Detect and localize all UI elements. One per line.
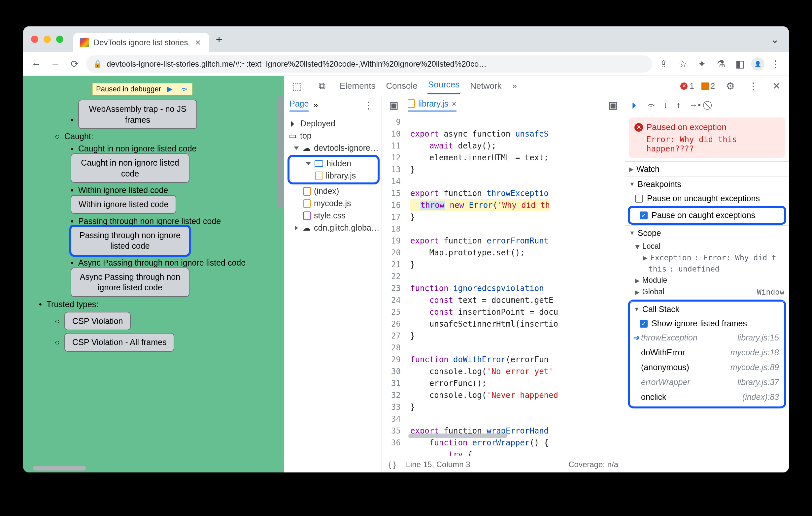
address-bar[interactable]: 🔒 devtools-ignore-list-stories.glitch.me… bbox=[86, 55, 652, 72]
tab-network[interactable]: Network bbox=[469, 79, 502, 93]
new-tab-button[interactable]: + bbox=[216, 33, 223, 46]
reload-button[interactable]: ⟳ bbox=[67, 56, 83, 72]
step-into-button[interactable]: ↓ bbox=[664, 100, 668, 110]
extensions-button[interactable]: ✦ bbox=[694, 56, 710, 72]
browser-menu-button[interactable]: ⋮ bbox=[768, 56, 784, 72]
checkbox-unchecked-icon[interactable] bbox=[635, 195, 643, 203]
section-scope[interactable]: ▼Scope bbox=[625, 226, 789, 241]
within-ignore-button[interactable]: Within ignore listed code bbox=[70, 195, 176, 214]
step-button[interactable]: →• bbox=[689, 100, 701, 110]
checkbox-checked-icon[interactable]: ✓ bbox=[640, 211, 648, 219]
tab-strip: DevTools ignore list stories × + ⌄ bbox=[23, 26, 789, 52]
navigator-tab-page[interactable]: Page bbox=[289, 99, 309, 112]
toggle-debugger-icon[interactable]: ▣ bbox=[605, 97, 621, 113]
cloud-icon: ☁ bbox=[303, 144, 311, 153]
close-file-icon[interactable]: × bbox=[452, 99, 457, 109]
callstack-frame[interactable]: (anonymous)mycode.js:89 bbox=[630, 360, 784, 375]
js-file-icon bbox=[408, 99, 415, 108]
bp-caught-highlight: ✓Pause on caught exceptions bbox=[628, 206, 786, 225]
bp-pause-uncaught[interactable]: Pause on uncaught exceptions bbox=[625, 192, 789, 205]
callstack-frame[interactable]: throwExceptionlibrary.js:15 bbox=[630, 330, 784, 345]
close-devtools-icon[interactable]: ✕ bbox=[768, 78, 784, 94]
bp-pause-caught[interactable]: ✓Pause on caught exceptions bbox=[630, 209, 784, 222]
checkbox-checked-icon[interactable]: ✓ bbox=[640, 320, 648, 328]
async-passing-button[interactable]: Async Passing through non ignore listed … bbox=[70, 268, 190, 297]
folder-icon bbox=[315, 160, 323, 167]
toggle-navigator-icon[interactable]: ▣ bbox=[386, 97, 402, 113]
page-vertical-scrollbar[interactable] bbox=[278, 96, 283, 208]
callstack-frame[interactable]: errorWrapperlibrary.js:37 bbox=[630, 375, 784, 390]
csp-violation-all-button[interactable]: CSP Violation - All frames bbox=[64, 333, 174, 352]
navigator-overflow-icon[interactable]: » bbox=[313, 100, 318, 110]
forward-button[interactable]: → bbox=[48, 56, 63, 72]
lock-icon: 🔒 bbox=[93, 60, 102, 68]
tab-sources[interactable]: Sources bbox=[428, 78, 460, 94]
frame-location: library.js:15 bbox=[737, 333, 779, 342]
minimize-window-button[interactable] bbox=[44, 36, 51, 43]
bookmark-button[interactable]: ☆ bbox=[675, 56, 691, 72]
close-tab-icon[interactable]: × bbox=[195, 37, 200, 48]
tab-elements[interactable]: Elements bbox=[339, 79, 376, 93]
tab-console[interactable]: Console bbox=[385, 79, 418, 93]
editor-file-tab[interactable]: library.js× bbox=[408, 99, 457, 112]
resume-button[interactable]: ⏵ bbox=[631, 100, 639, 110]
list-item: Within ignore listed code bbox=[78, 185, 168, 195]
share-button[interactable]: ⇪ bbox=[656, 56, 671, 72]
back-button[interactable]: ← bbox=[28, 56, 44, 72]
page-viewport: Paused in debugger ▶ ⤼ x x WebAssembly t… bbox=[23, 76, 284, 473]
section-callstack[interactable]: ▼Call Stack bbox=[630, 302, 784, 317]
nav-site[interactable]: ☁devtools-ignore… bbox=[288, 142, 380, 154]
tabs-overflow-icon[interactable]: » bbox=[512, 79, 518, 93]
labs-button[interactable]: ⚗ bbox=[713, 56, 729, 72]
callstack-frame[interactable]: doWithErrormycode.js:18 bbox=[630, 345, 784, 360]
nav-folder-hidden[interactable]: hidden bbox=[291, 157, 376, 170]
section-breakpoints[interactable]: ▼Breakpoints bbox=[625, 177, 789, 192]
window-controls bbox=[31, 36, 63, 43]
device-toolbar-icon[interactable]: ⧉ bbox=[314, 78, 330, 94]
nav-deployed[interactable]: ⏵Deployed bbox=[288, 117, 380, 130]
maximize-window-button[interactable] bbox=[56, 36, 63, 43]
resume-icon[interactable]: ▶ bbox=[165, 85, 175, 93]
step-out-button[interactable]: ↑ bbox=[676, 100, 680, 110]
pretty-print-icon[interactable]: { } bbox=[388, 460, 396, 469]
tab-title: DevTools ignore list stories bbox=[94, 38, 188, 47]
sources-navigator: Page » ⋮ ⏵Deployed ▭top ☁devtools-ignore… bbox=[284, 96, 382, 473]
nav-file-library[interactable]: library.js bbox=[291, 170, 376, 182]
show-ignore-listed-toggle[interactable]: ✓Show ignore-listed frames bbox=[630, 317, 784, 330]
editor-statusbar: { } Line 15, Column 3 Coverage: n/a bbox=[382, 456, 625, 473]
step-over-button[interactable]: ⤼ bbox=[648, 100, 655, 110]
error-count[interactable]: ✕1 bbox=[680, 82, 694, 91]
callstack-frame[interactable]: onclick(index):83 bbox=[630, 390, 784, 404]
css-file-icon bbox=[303, 211, 311, 220]
wasm-trap-button[interactable]: WebAssembly trap - no JS frames bbox=[78, 100, 197, 129]
editor-horizontal-scrollbar[interactable] bbox=[408, 433, 508, 438]
browser-tab[interactable]: DevTools ignore list stories × bbox=[73, 33, 209, 52]
settings-gear-icon[interactable]: ⚙ bbox=[722, 78, 738, 94]
nav-top[interactable]: ▭top bbox=[288, 130, 380, 142]
passing-through-button[interactable]: Passing through non ignore listed code bbox=[70, 226, 190, 255]
nav-file-index[interactable]: (index) bbox=[288, 185, 380, 197]
frame-location: (index):83 bbox=[742, 392, 779, 402]
nav-file-style[interactable]: style.css bbox=[288, 210, 380, 222]
section-watch[interactable]: ▶Watch bbox=[625, 162, 789, 177]
caught-non-ignore-button[interactable]: Caught in non ignore listed code bbox=[70, 153, 190, 183]
nav-file-mycode[interactable]: mycode.js bbox=[288, 197, 380, 210]
cursor-position: Line 15, Column 3 bbox=[406, 460, 470, 469]
devtools-menu-icon[interactable]: ⋮ bbox=[745, 78, 761, 94]
nav-cdn[interactable]: ☁cdn.glitch.globa… bbox=[288, 222, 380, 234]
warning-count[interactable]: !2 bbox=[701, 82, 715, 91]
step-over-icon[interactable]: ⤼ bbox=[179, 85, 189, 93]
csp-violation-button[interactable]: CSP Violation bbox=[64, 312, 131, 331]
profile-avatar[interactable]: 👤 bbox=[751, 57, 764, 70]
frame-function: (anonymous) bbox=[641, 363, 689, 372]
close-window-button[interactable] bbox=[31, 36, 38, 43]
page-horizontal-scrollbar[interactable] bbox=[33, 466, 86, 471]
inspect-element-icon[interactable]: ⬚ bbox=[289, 78, 304, 94]
error-icon: ✕ bbox=[634, 123, 643, 132]
navigator-menu-icon[interactable]: ⋮ bbox=[360, 97, 376, 113]
sidepanel-button[interactable]: ◧ bbox=[732, 56, 748, 72]
tab-overflow-button[interactable]: ⌄ bbox=[771, 34, 779, 45]
code-text: export async function unsafeS await dela… bbox=[405, 114, 558, 456]
code-area[interactable]: 9101112131415161718192021222324252627282… bbox=[382, 114, 625, 456]
list-item: Async Passing through non ignore listed … bbox=[78, 258, 245, 267]
